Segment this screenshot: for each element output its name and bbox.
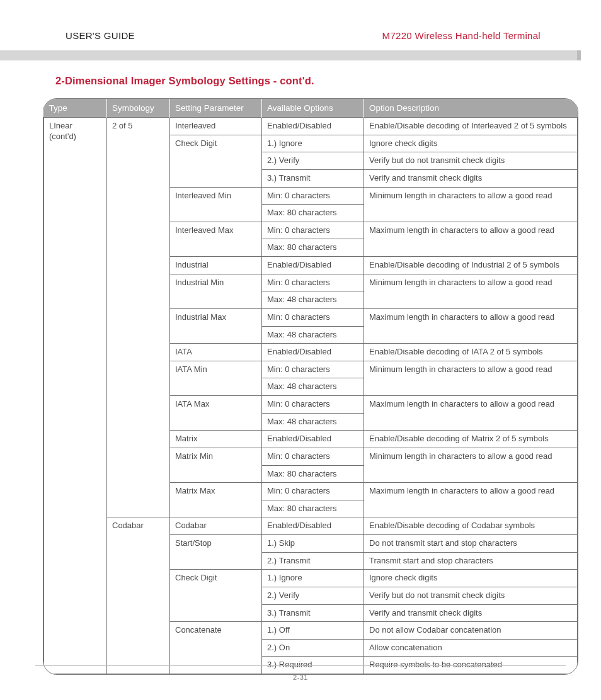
cell-desc: Enable/Disable decoding of Codabar symbo…	[364, 517, 578, 535]
cell-option: Min: 0 characters	[262, 187, 364, 205]
cell-param: Check Digit	[170, 135, 262, 187]
cell-option: Max: 80 characters	[262, 465, 364, 483]
cell-option: 3.) Transmit	[262, 604, 364, 622]
cell-option: 2.) Transmit	[262, 552, 364, 570]
cell-option: 1.) Skip	[262, 535, 364, 553]
cell-param: Codabar	[170, 517, 262, 535]
settings-table-wrap: Type Symbology Setting Parameter Availab…	[43, 98, 578, 675]
cell-desc: Verify and transmit check digits	[364, 604, 578, 622]
cell-option: Min: 0 characters	[262, 396, 364, 414]
cell-option: Min: 0 characters	[262, 274, 364, 291]
cell-option: Enabled/Disabled	[262, 257, 364, 274]
cell-option: 2.) On	[262, 639, 364, 657]
cell-option: Enabled/Disabled	[262, 344, 364, 361]
cell-option: Max: 80 characters	[262, 205, 364, 222]
cell-option: Enabled/Disabled	[262, 118, 364, 135]
cell-option: 1.) Ignore	[262, 135, 364, 152]
table-row: LInear (cont'd)2 of 5InterleavedEnabled/…	[44, 118, 578, 135]
cell-desc: Enable/Disable decoding of Industrial 2 …	[364, 257, 578, 274]
cell-param: Start/Stop	[170, 535, 262, 570]
settings-table: Type Symbology Setting Parameter Availab…	[43, 99, 578, 674]
cell-desc: Maximum length in characters to allow a …	[364, 483, 578, 517]
col-options: Available Options	[262, 99, 364, 118]
cell-option: Max: 48 characters	[262, 291, 364, 309]
cell-desc: Enable/Disable decoding of IATA 2 of 5 s…	[364, 344, 578, 361]
cell-param: Check Digit	[170, 570, 262, 622]
page-header: USER'S GUIDE M7220 Wireless Hand-held Te…	[66, 30, 541, 41]
cell-param: IATA	[170, 344, 262, 361]
cell-symbology: Codabar	[107, 517, 170, 674]
col-symbology: Symbology	[107, 99, 170, 118]
section-title: 2-Dimensional Imager Symbology Settings …	[55, 75, 566, 87]
cell-param: Matrix Min	[170, 448, 262, 482]
cell-type: LInear (cont'd)	[44, 118, 107, 674]
cell-option: Enabled/Disabled	[262, 517, 364, 535]
cell-param: IATA Max	[170, 396, 262, 431]
cell-desc: Maximum length in characters to allow a …	[364, 396, 578, 431]
cell-desc: Verify and transmit check digits	[364, 169, 578, 187]
page-footer: 2-31	[35, 665, 566, 682]
cell-option: 3.) Transmit	[262, 169, 364, 187]
table-body: LInear (cont'd)2 of 5InterleavedEnabled/…	[44, 118, 578, 674]
cell-desc: Minimum length in characters to allow a …	[364, 187, 578, 222]
cell-symbology: 2 of 5	[107, 118, 170, 517]
cell-option: 2.) Verify	[262, 152, 364, 170]
cell-param: Interleaved	[170, 118, 262, 135]
cell-param: Interleaved Min	[170, 187, 262, 222]
table-head: Type Symbology Setting Parameter Availab…	[44, 99, 578, 118]
cell-option: Min: 0 characters	[262, 361, 364, 378]
cell-desc: Do not allow Codabar concatenation	[364, 622, 578, 640]
cell-param: Interleaved Max	[170, 222, 262, 256]
cell-desc: Minimum length in characters to allow a …	[364, 361, 578, 395]
cell-option: Max: 48 characters	[262, 378, 364, 396]
cell-param: IATA Min	[170, 361, 262, 395]
header-right: M7220 Wireless Hand-held Terminal	[382, 30, 541, 41]
cell-option: Min: 0 characters	[262, 308, 364, 326]
cell-option: Min: 0 characters	[262, 483, 364, 500]
cell-param: Matrix	[170, 431, 262, 448]
footer-rule	[35, 665, 566, 666]
cell-option: 2.) Verify	[262, 587, 364, 604]
cell-option: Max: 48 characters	[262, 326, 364, 344]
cell-desc: Minimum length in characters to allow a …	[364, 448, 578, 482]
header-left: USER'S GUIDE	[66, 30, 135, 41]
cell-desc: Enable/Disable decoding of Interleaved 2…	[364, 118, 578, 135]
document-page: USER'S GUIDE M7220 Wireless Hand-held Te…	[0, 0, 601, 700]
col-description: Option Description	[364, 99, 578, 118]
cell-desc: Do not transmit start and stop character…	[364, 535, 578, 553]
cell-param: Industrial Max	[170, 308, 262, 343]
cell-param: Industrial Min	[170, 274, 262, 308]
table-row: CodabarCodabarEnabled/DisabledEnable/Dis…	[44, 517, 578, 535]
col-type: Type	[44, 99, 107, 118]
cell-desc: Verify but do not transmit check digits	[364, 587, 578, 604]
cell-option: Enabled/Disabled	[262, 431, 364, 448]
cell-param: Industrial	[170, 257, 262, 274]
cell-option: 1.) Ignore	[262, 570, 364, 587]
cell-desc: Enable/Disable decoding of Matrix 2 of 5…	[364, 431, 578, 448]
page-number: 2-31	[293, 674, 308, 681]
cell-option: Max: 48 characters	[262, 413, 364, 431]
cell-desc: Ignore check digits	[364, 570, 578, 587]
cell-param: Matrix Max	[170, 483, 262, 517]
cell-option: 1.) Off	[262, 622, 364, 640]
col-param: Setting Parameter	[170, 99, 262, 118]
cell-desc: Maximum length in characters to allow a …	[364, 308, 578, 343]
cell-desc: Ignore check digits	[364, 135, 578, 152]
cell-desc: Transmit start and stop characters	[364, 552, 578, 570]
cell-option: Max: 80 characters	[262, 500, 364, 517]
cell-desc: Minimum length in characters to allow a …	[364, 274, 578, 308]
cell-desc: Allow concatenation	[364, 639, 578, 657]
cell-option: Min: 0 characters	[262, 448, 364, 465]
cell-desc: Maximum length in characters to allow a …	[364, 222, 578, 256]
cell-option: Min: 0 characters	[262, 222, 364, 239]
cell-desc: Verify but do not transmit check digits	[364, 152, 578, 170]
cell-option: Max: 80 characters	[262, 239, 364, 257]
header-rule-bar	[0, 50, 580, 60]
